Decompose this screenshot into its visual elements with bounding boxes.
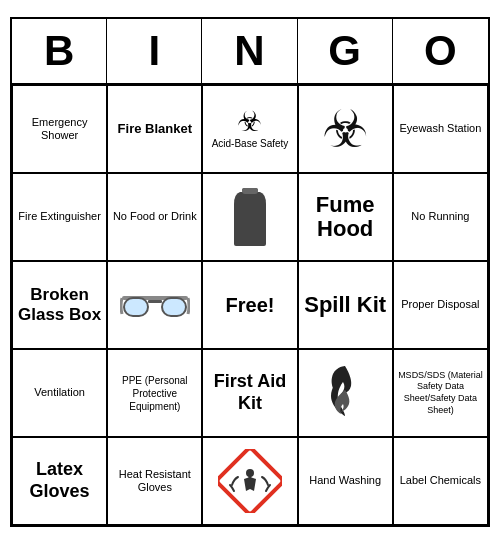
svg-rect-1 (242, 188, 258, 194)
cell-r2c0[interactable]: Broken Glass Box (12, 261, 107, 349)
svg-rect-4 (162, 298, 186, 316)
cell-r2c1[interactable] (107, 261, 202, 349)
cell-label: MSDS/SDS (Material Safety Data Sheet/Saf… (398, 370, 483, 417)
svg-rect-5 (148, 300, 162, 303)
cell-label: PPE (Personal Protective Equipment) (112, 374, 197, 413)
goggles-icon (120, 286, 190, 324)
cell-label: No Food or Drink (113, 210, 197, 223)
cell-label: Spill Kit (304, 293, 386, 317)
header-n: N (202, 19, 297, 83)
cell-label: Fire Extinguisher (18, 210, 101, 223)
cell-label: Eyewash Station (399, 122, 481, 135)
cell-r1c2[interactable] (202, 173, 297, 261)
cell-label: Latex Gloves (17, 459, 102, 502)
cell-r3c2[interactable]: First Aid Kit (202, 349, 297, 437)
cell-label: No Running (411, 210, 469, 223)
cell-label: Heat Resistant Gloves (112, 468, 197, 494)
cell-label: First Aid Kit (207, 371, 292, 414)
header-o: O (393, 19, 488, 83)
biohazard-large-icon: ☣ (322, 103, 369, 155)
cell-r3c3[interactable] (298, 349, 393, 437)
cell-label: Fire Blanket (118, 121, 192, 137)
svg-rect-3 (124, 298, 148, 316)
cell-r1c1[interactable]: No Food or Drink (107, 173, 202, 261)
header-i: I (107, 19, 202, 83)
cell-r3c4[interactable]: MSDS/SDS (Material Safety Data Sheet/Saf… (393, 349, 488, 437)
cell-r2c4[interactable]: Proper Disposal (393, 261, 488, 349)
header-g: G (298, 19, 393, 83)
cell-label: Proper Disposal (401, 298, 479, 311)
cell-r4c0[interactable]: Latex Gloves (12, 437, 107, 525)
cell-r0c1[interactable]: Fire Blanket (107, 85, 202, 173)
apron-icon (226, 186, 274, 248)
cell-label: Broken Glass Box (17, 285, 102, 326)
ghs-diamond-icon: ! (218, 449, 282, 513)
biohazard-icon: ☣ (237, 108, 262, 136)
header-b: B (12, 19, 107, 83)
bingo-grid: Emergency Shower Fire Blanket ☣ Acid-Bas… (12, 85, 488, 525)
cell-r4c1[interactable]: Heat Resistant Gloves (107, 437, 202, 525)
svg-point-8 (246, 469, 254, 477)
cell-r0c0[interactable]: Emergency Shower (12, 85, 107, 173)
cell-r0c4[interactable]: Eyewash Station (393, 85, 488, 173)
cell-r4c3[interactable]: Hand Washing (298, 437, 393, 525)
cell-r0c2[interactable]: ☣ Acid-Base Safety (202, 85, 297, 173)
cell-r4c4[interactable]: Label Chemicals (393, 437, 488, 525)
cell-r1c3[interactable]: Fume Hood (298, 173, 393, 261)
cell-label: Emergency Shower (17, 116, 102, 142)
bingo-card: B I N G O Emergency Shower Fire Blanket … (10, 17, 490, 527)
cell-r2c2[interactable]: Free! (202, 261, 297, 349)
cell-r4c2[interactable]: ! (202, 437, 297, 525)
cell-r2c3[interactable]: Spill Kit (298, 261, 393, 349)
bingo-header: B I N G O (12, 19, 488, 85)
cell-r1c0[interactable]: Fire Extinguisher (12, 173, 107, 261)
cell-label: Hand Washing (309, 474, 381, 487)
cell-r1c4[interactable]: No Running (393, 173, 488, 261)
cell-label: Ventilation (34, 386, 85, 399)
free-label: Free! (226, 293, 275, 317)
flame-icon (323, 364, 367, 422)
cell-label: Label Chemicals (400, 474, 481, 487)
cell-label: Fume Hood (303, 193, 388, 241)
cell-r3c0[interactable]: Ventilation (12, 349, 107, 437)
cell-label: Acid-Base Safety (212, 138, 289, 150)
cell-r0c3[interactable]: ☣ (298, 85, 393, 173)
cell-r3c1[interactable]: PPE (Personal Protective Equipment) (107, 349, 202, 437)
